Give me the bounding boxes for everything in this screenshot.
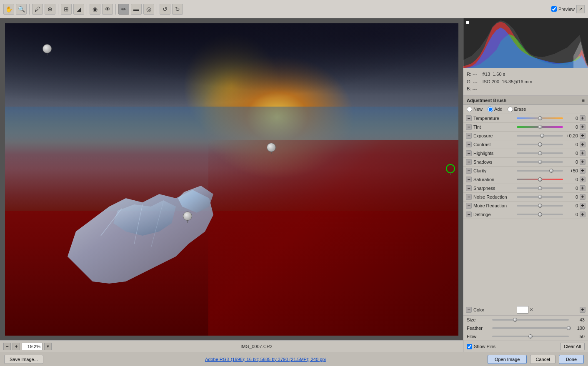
slider-track-temperature[interactable] [517, 117, 563, 119]
slider-plus-shadows[interactable]: + [580, 159, 585, 165]
slider-thumb-sharpness[interactable] [538, 186, 542, 190]
save-image-button[interactable]: Save Image... [4, 355, 43, 364]
graduated-filter-tool[interactable]: ▬ [131, 4, 142, 15]
slider-minus-exposure[interactable]: − [466, 133, 472, 139]
slider-plus-tint[interactable]: + [580, 124, 585, 130]
slider-minus-contrast[interactable]: − [466, 142, 472, 147]
slider-track-saturation[interactable] [517, 179, 563, 180]
slider-plus-defringe[interactable]: + [580, 212, 585, 217]
slider-thumb-defringe[interactable] [538, 212, 542, 217]
slider-thumb-saturation[interactable] [538, 177, 542, 182]
zoom-dropdown[interactable]: ▼ [44, 343, 52, 350]
slider-plus-clarity[interactable]: + [580, 168, 585, 174]
show-pins-label[interactable]: Show Pins [474, 344, 495, 349]
slider-minus-clarity[interactable]: − [466, 168, 472, 174]
slider-track-noise-reduction[interactable] [517, 196, 563, 198]
rotate-cw-tool[interactable]: ↻ [172, 4, 183, 15]
slider-thumb-clarity[interactable] [549, 169, 553, 173]
adjustment-brush-tool[interactable]: ✏ [118, 4, 129, 15]
slider-minus-sharpness[interactable]: − [466, 185, 472, 191]
slider-thumb-temperature[interactable] [538, 116, 542, 120]
straighten-tool[interactable]: ◢ [73, 4, 84, 15]
mode-add[interactable]: Add [488, 107, 503, 112]
pin-2[interactable] [267, 143, 276, 152]
mode-erase[interactable]: Erase [508, 107, 526, 112]
done-button[interactable]: Done [559, 355, 584, 364]
slider-minus-temperature[interactable]: − [466, 115, 472, 121]
mode-new[interactable]: New [467, 107, 483, 112]
brush-thumb-size[interactable] [513, 318, 517, 322]
radial-filter-tool[interactable]: ◎ [143, 4, 154, 15]
brush-track-feather[interactable] [492, 327, 569, 329]
slider-thumb-moire-reduction[interactable] [538, 204, 542, 208]
rotate-ccw-tool[interactable]: ↺ [160, 4, 170, 15]
slider-track-contrast[interactable] [517, 144, 563, 145]
crop-tool[interactable]: ⊞ [61, 4, 72, 15]
color-swatch-box-1[interactable] [517, 306, 528, 314]
brush-thumb-feather[interactable] [567, 326, 571, 330]
slider-plus-contrast[interactable]: + [580, 142, 585, 147]
slider-track-shadows[interactable] [517, 161, 563, 163]
show-pins-checkbox[interactable] [467, 344, 472, 349]
red-eye-tool[interactable]: 👁 [102, 4, 113, 15]
slider-minus-shadows[interactable]: − [466, 159, 472, 165]
slider-track-sharpness[interactable] [517, 187, 563, 189]
brush-track-flow[interactable] [492, 336, 569, 337]
slider-track-moire-reduction[interactable] [517, 205, 563, 207]
slider-minus-tint[interactable]: − [466, 124, 472, 130]
slider-plus-temperature[interactable]: + [580, 115, 585, 121]
pin-3[interactable] [183, 212, 192, 221]
pin-1[interactable] [43, 44, 52, 53]
zoom-in-button[interactable]: + [13, 343, 20, 350]
slider-minus-highlights[interactable]: − [466, 150, 472, 156]
canvas-container[interactable] [0, 18, 463, 340]
slider-thumb-tint[interactable] [538, 125, 542, 129]
color-plus[interactable]: + [580, 307, 585, 313]
slider-track-clarity[interactable] [517, 170, 563, 172]
hand-tool[interactable]: ✋ [3, 4, 14, 15]
color-minus[interactable]: − [466, 307, 472, 313]
slider-row-clarity: − Clarity +50 + [463, 167, 588, 175]
tool-separator-5 [157, 4, 157, 15]
slider-plus-noise-reduction[interactable]: + [580, 194, 585, 200]
open-image-button[interactable]: Open Image [488, 355, 527, 364]
slider-thumb-contrast[interactable] [538, 142, 542, 147]
zoom-tool[interactable]: 🔍 [16, 4, 27, 15]
slider-thumb-noise-reduction[interactable] [538, 195, 542, 199]
brush-thumb-flow[interactable] [528, 334, 533, 339]
slider-minus-moire-reduction[interactable]: − [466, 203, 472, 209]
slider-track-highlights[interactable] [517, 152, 563, 154]
preview-label[interactable]: Preview [558, 7, 575, 12]
preview-checkbox[interactable] [551, 6, 557, 12]
heal-tool[interactable]: ◉ [90, 4, 100, 15]
clear-all-button[interactable]: Clear All [560, 343, 585, 350]
slider-plus-saturation[interactable]: + [580, 177, 585, 182]
slider-thumb-shadows[interactable] [538, 160, 542, 164]
expand-button[interactable]: ↗ [576, 5, 585, 13]
slider-track-exposure[interactable] [517, 135, 563, 137]
panel-menu-icon[interactable]: ≡ [582, 98, 585, 103]
slider-minus-saturation[interactable]: − [466, 177, 472, 182]
image-info-link[interactable]: Adobe RGB (1998); 16 bit; 5685 by 3790 (… [47, 357, 484, 362]
pin-4-active[interactable] [446, 164, 455, 173]
slider-track-defringe[interactable] [517, 214, 563, 215]
slider-plus-moire-reduction[interactable]: + [580, 203, 585, 209]
slider-minus-defringe[interactable]: − [466, 212, 472, 217]
cancel-button[interactable]: Cancel [530, 355, 555, 364]
slider-plus-sharpness[interactable]: + [580, 185, 585, 191]
zoom-out-button[interactable]: − [3, 343, 11, 350]
eyedropper-tool[interactable]: 🖊 [32, 4, 43, 15]
color-sampler-tool[interactable]: ⊕ [45, 4, 55, 15]
mode-add-radio[interactable] [488, 107, 493, 112]
slider-thumb-exposure[interactable] [540, 134, 544, 138]
slider-track-tint[interactable] [517, 126, 563, 128]
mode-new-radio[interactable] [467, 107, 472, 112]
zoom-input[interactable] [22, 343, 43, 350]
slider-plus-exposure[interactable]: + [580, 133, 585, 139]
brush-track-size[interactable] [492, 319, 569, 321]
slider-plus-highlights[interactable]: + [580, 150, 585, 156]
slider-thumb-highlights[interactable] [538, 151, 542, 155]
color-swatch-area[interactable]: ✕ [517, 306, 533, 314]
mode-erase-radio[interactable] [508, 107, 513, 112]
slider-minus-noise-reduction[interactable]: − [466, 194, 472, 200]
